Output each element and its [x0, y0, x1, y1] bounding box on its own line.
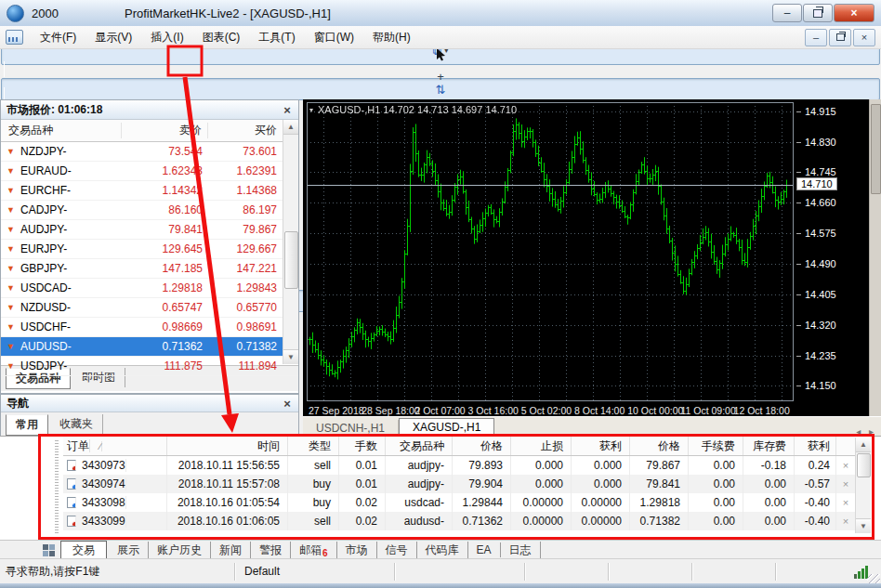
terminal-tab[interactable]: 账户历史	[149, 542, 211, 559]
terminal-tab[interactable]: 新闻	[211, 542, 251, 559]
column-symbol[interactable]: 交易品种	[386, 437, 453, 455]
mdi-restore-button[interactable]	[829, 29, 851, 46]
chart-scrollbar[interactable]	[869, 99, 881, 416]
tab-favorites[interactable]: 收藏夹	[50, 414, 103, 434]
scroll-down-icon[interactable]: ▼	[856, 518, 871, 533]
quote-down-arrow-icon: ▼	[1, 318, 20, 336]
quote-symbol: CADJPY-	[20, 201, 123, 219]
quote-bid: 79.841	[123, 220, 208, 239]
column-swap[interactable]: 库存费	[743, 437, 795, 455]
terminal-tab[interactable]: 交易	[60, 541, 107, 560]
terminal-tab[interactable]: 展示	[109, 542, 149, 559]
minimize-button[interactable]: –	[772, 4, 802, 22]
order-row[interactable]: 3430974 2018.10.11 15:57:08 buy 0.01 aud…	[63, 475, 855, 493]
column-type[interactable]: 类型	[288, 437, 339, 455]
quote-row[interactable]: ▼ GBPJPY- 147.185 147.221	[1, 259, 298, 279]
menu-item[interactable]: 帮助(H)	[363, 28, 420, 46]
close-order-icon[interactable]: ×	[836, 456, 855, 475]
quote-row[interactable]: ▼ USDCHF- 0.98669 0.98691	[1, 318, 298, 337]
status-cell	[692, 563, 776, 581]
terminal-tab[interactable]: 日志	[501, 542, 541, 559]
quote-row[interactable]: ▼ USDCAD- 1.29818 1.29843	[1, 279, 298, 298]
navigator-titlebar[interactable]: 导航 ×	[1, 395, 298, 412]
mdi-minimize-button[interactable]: –	[805, 29, 827, 46]
restore-button[interactable]	[803, 4, 833, 22]
scrollbar-thumb[interactable]	[284, 231, 298, 289]
menu-item[interactable]: 图表(C)	[193, 28, 250, 46]
quote-bid: 0.65747	[123, 298, 208, 317]
scroll-up-icon[interactable]: ▲	[283, 120, 298, 135]
menu-item[interactable]: 文件(F)	[31, 28, 85, 46]
quote-row[interactable]: ▼ EURAUD- 1.62343 1.62391	[1, 162, 298, 181]
terminal-tab[interactable]: 代码库	[417, 542, 468, 559]
order-symbol: audjpy-	[386, 456, 453, 475]
quote-down-arrow-icon: ▼	[1, 181, 20, 200]
column-ask[interactable]: 买价	[207, 123, 283, 138]
market-watch-title: 市场报价: 01:06:18	[7, 102, 102, 118]
close-icon[interactable]: ×	[280, 103, 295, 117]
close-button[interactable]: ×	[834, 4, 874, 22]
quote-row[interactable]: ▼ EURCHF- 1.14342 1.14368	[1, 181, 298, 201]
menu-item[interactable]: 工具(T)	[249, 28, 304, 46]
order-id: 3433099	[63, 512, 167, 530]
tab-common[interactable]: 常用	[6, 414, 48, 436]
column-stop-loss[interactable]: 止损	[511, 437, 572, 455]
column-commission[interactable]: 手续费	[689, 437, 743, 455]
order-row[interactable]: 3430973 2018.10.11 15:56:55 sell 0.01 au…	[63, 456, 855, 475]
sort-indicator-icon: ∕	[99, 441, 102, 451]
quote-row[interactable]: ▼ USDJPY- 111.875 111.894	[1, 357, 298, 376]
chart-tab[interactable]: XAGUSD-,H1	[399, 418, 494, 437]
scrollbar-thumb[interactable]	[871, 104, 881, 194]
close-order-icon[interactable]: ×	[836, 512, 855, 530]
price-chart[interactable]	[307, 102, 794, 401]
close-icon[interactable]: ×	[280, 397, 295, 411]
scroll-up-icon[interactable]: ▲	[856, 438, 871, 452]
status-profile[interactable]: Default	[235, 563, 395, 581]
quote-bid: 1.29818	[123, 279, 208, 297]
terminal-grip[interactable]	[55, 440, 59, 533]
terminal-scrollbar[interactable]: ▲ ▼	[855, 438, 871, 533]
menu-item[interactable]: 窗口(W)	[305, 28, 363, 46]
title-bar[interactable]: 2000 ProfitMarketHK-Live2 - [XAGUSD-,H1]…	[0, 0, 881, 27]
column-lots[interactable]: 手数	[339, 437, 386, 455]
scrollbar-thumb[interactable]	[857, 453, 871, 477]
one-click-marker-icon[interactable]: ▾	[309, 106, 313, 114]
column-symbol[interactable]: 交易品种	[1, 123, 121, 138]
market-watch-scrollbar[interactable]: ▲ ▼	[283, 120, 298, 364]
column-bid[interactable]: 卖价	[121, 123, 207, 138]
order-type: sell	[288, 456, 339, 475]
menu-item[interactable]: 显示(V)	[85, 28, 141, 46]
column-profit[interactable]: 获利	[795, 437, 836, 455]
terminal-dock-icon[interactable]	[43, 544, 55, 556]
column-order[interactable]: 订单∕	[63, 437, 167, 455]
terminal-tab[interactable]: 信号	[377, 542, 417, 559]
price-axis[interactable]: 14.91514.83014.74514.66014.57514.49014.4…	[797, 102, 872, 401]
status-cell	[609, 563, 692, 581]
close-order-icon[interactable]: ×	[836, 493, 855, 512]
order-row[interactable]: 3433099 2018.10.16 01:06:05 sell 0.02 au…	[63, 512, 855, 530]
quote-row[interactable]: ▼ NZDUSD- 0.65747 0.65770	[1, 298, 298, 318]
quote-row[interactable]: ▼ NZDJPY- 73.544 73.601	[1, 142, 298, 162]
terminal-tab[interactable]: 市场	[337, 542, 377, 559]
order-row[interactable]: 3433098 2018.10.16 01:05:54 buy 0.02 usd…	[63, 493, 855, 512]
terminal-tab[interactable]: 警报	[251, 542, 291, 559]
column-current-price[interactable]: 价格	[630, 437, 689, 455]
terminal-tab[interactable]: EA	[468, 542, 501, 557]
close-order-icon[interactable]: ×	[836, 475, 855, 493]
quote-row[interactable]: ▼ CADJPY- 86.160 86.197	[1, 201, 298, 220]
quote-row[interactable]: ▼ EURJPY- 129.645 129.667	[1, 240, 298, 259]
terminal-tab[interactable]: 邮箱6	[291, 542, 337, 559]
quote-row[interactable]: ▼ AUDUSD- 0.71362 0.71382	[1, 337, 298, 357]
navigator-panel: 导航 × 常用 收藏夹	[0, 394, 299, 436]
time-tick: 5 Oct 02:00	[521, 405, 572, 416]
market-watch-titlebar[interactable]: 市场报价: 01:06:18 ×	[1, 100, 298, 120]
scroll-down-icon[interactable]: ▼	[283, 349, 298, 364]
column-take-profit[interactable]: 获利	[572, 437, 630, 455]
chart-tab[interactable]: USDCNH-,H1	[303, 420, 399, 437]
mdi-close-button[interactable]: ×	[853, 29, 875, 46]
order-current-price: 0.71382	[630, 512, 689, 530]
column-open-price[interactable]: 价格	[453, 437, 511, 455]
column-time[interactable]: 时间	[167, 437, 288, 455]
menu-item[interactable]: 插入(I)	[141, 28, 192, 46]
quote-row[interactable]: ▼ AUDJPY- 79.841 79.867	[1, 220, 298, 240]
